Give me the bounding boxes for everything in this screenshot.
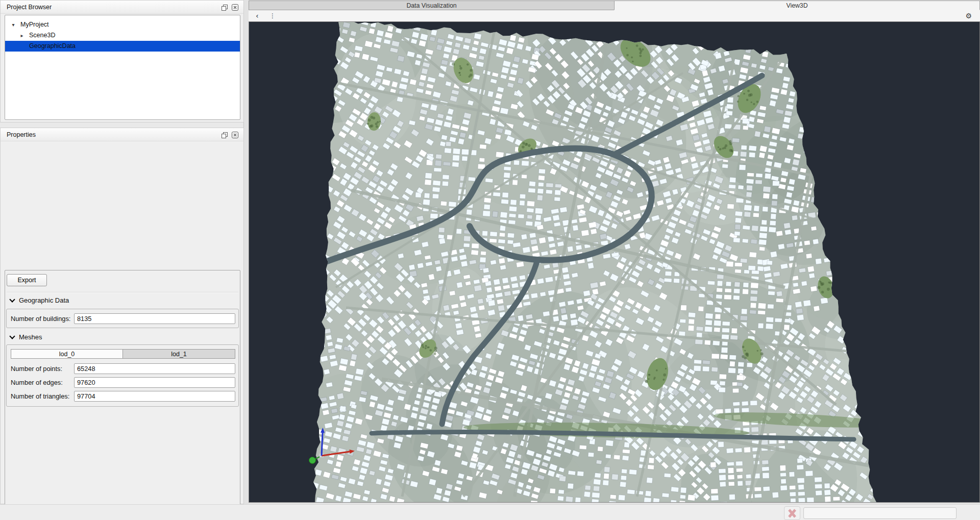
tree-item-label: Scene3D (29, 30, 55, 41)
kebab-menu-icon[interactable]: ⋮ (270, 10, 276, 21)
float-icon[interactable] (220, 4, 229, 11)
tab-lod-1[interactable]: lod_1 (123, 349, 235, 359)
project-browser-dock: Project Browser ▾ MyProject ▸ Scene3D Ge… (0, 0, 244, 122)
properties-dock: Properties Export Geographic Data Number… (0, 128, 244, 504)
gear-icon[interactable]: ⚙ (965, 10, 972, 21)
tab-lod-0[interactable]: lod_0 (11, 349, 123, 359)
left-dock-area: Project Browser ▾ MyProject ▸ Scene3D Ge… (0, 0, 244, 504)
float-icon[interactable] (220, 131, 229, 139)
properties-title: Properties (7, 131, 36, 138)
tab-data-visualization[interactable]: Data Visualization (249, 1, 615, 10)
expander-down-icon[interactable]: ▾ (10, 19, 16, 30)
geographic-data-group: Number of buildings: (6, 309, 239, 328)
expander-right-icon[interactable]: ▸ (19, 30, 25, 41)
tree-item-label: GeographicData (29, 41, 76, 52)
points-label: Number of points: (11, 365, 62, 373)
meshes-group: lod_0 lod_1 Number of points: Number of … (6, 344, 239, 407)
properties-header[interactable]: Properties (1, 128, 243, 141)
triangles-field[interactable] (74, 391, 235, 402)
tree-item-myproject[interactable]: ▾ MyProject (5, 19, 240, 30)
close-icon[interactable] (231, 4, 239, 11)
edges-label: Number of edges: (11, 379, 63, 386)
buildings-field[interactable] (74, 313, 235, 324)
project-tree: ▾ MyProject ▸ Scene3D GeographicData (5, 15, 240, 120)
close-icon[interactable] (231, 131, 239, 139)
edges-field[interactable] (74, 377, 235, 388)
red-x-icon[interactable] (784, 506, 800, 520)
section-label: Geographic Data (19, 296, 69, 304)
triangles-label: Number of triangles: (11, 392, 69, 400)
properties-body: Export Geographic Data Number of buildin… (5, 270, 240, 520)
view3d-viewport (249, 21, 980, 503)
project-browser-title: Project Browser (7, 4, 52, 11)
status-bar (0, 504, 980, 520)
export-button[interactable]: Export (7, 274, 47, 286)
view3d-canvas[interactable] (249, 22, 979, 502)
buildings-label: Number of buildings: (11, 315, 70, 323)
chevron-down-icon (9, 296, 15, 302)
status-message-input[interactable] (803, 507, 957, 519)
points-field[interactable] (74, 363, 235, 374)
tab-view3d[interactable]: View3D (614, 1, 980, 10)
separator (7, 292, 238, 293)
chevron-down-icon (9, 333, 15, 339)
view3d-toolbar: ‹ ⋮ ⚙ (249, 10, 980, 21)
tree-item-geographicdata[interactable]: GeographicData (5, 41, 240, 52)
back-icon[interactable]: ‹ (256, 10, 259, 21)
section-label: Meshes (19, 333, 42, 341)
tree-item-scene3d[interactable]: ▸ Scene3D (5, 30, 240, 41)
project-browser-header[interactable]: Project Browser (1, 1, 243, 14)
tree-item-label: MyProject (20, 19, 49, 30)
